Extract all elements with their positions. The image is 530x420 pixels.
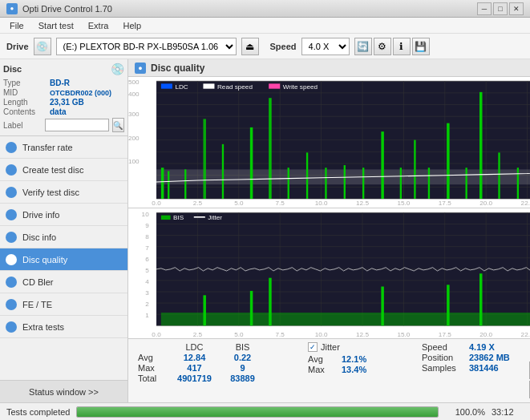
stats-max-bis: 9 xyxy=(220,363,265,373)
nav-drive-info[interactable]: Drive info xyxy=(0,204,127,226)
stats-max-label: Max xyxy=(138,363,168,373)
status-window-button[interactable]: Status window >> xyxy=(0,380,127,402)
stats-bar: LDC BIS Avg 12.84 0.22 Max 417 9 Total xyxy=(128,338,530,402)
svg-rect-36 xyxy=(414,140,415,199)
maximize-button[interactable]: □ xyxy=(493,2,508,15)
disc-length-row: Length 23,31 GB xyxy=(3,98,124,107)
nav-extra-tests[interactable]: Extra tests xyxy=(0,316,127,338)
disc-info-icon xyxy=(5,231,18,244)
disc-contents-row: Contents data xyxy=(3,107,124,116)
disc-contents-value: data xyxy=(50,107,67,116)
drive-bar: Drive 💿 (E:) PLEXTOR BD-R PX-LB950SA 1.0… xyxy=(0,34,530,59)
nav-fe-te[interactable]: FE / TE xyxy=(0,293,127,316)
nav-create-test-disc[interactable]: Create test disc xyxy=(0,159,127,181)
svg-text:Jitter: Jitter xyxy=(208,214,222,221)
disc-type-label: Type xyxy=(3,79,50,87)
speed-info-position-label: Position xyxy=(422,353,466,362)
drive-select[interactable]: (E:) PLEXTOR BD-R PX-LB950SA 1.06 xyxy=(56,38,237,55)
svg-rect-30 xyxy=(306,152,308,199)
svg-text:Read speed: Read speed xyxy=(217,83,253,91)
drive-icons: 💿 xyxy=(34,38,51,55)
svg-text:500: 500 xyxy=(128,79,140,87)
nav-drive-info-label: Drive info xyxy=(22,210,59,220)
svg-rect-22 xyxy=(161,168,164,199)
menu-help[interactable]: Help xyxy=(116,19,148,32)
nav-verify-test-disc[interactable]: Verify test disc xyxy=(0,181,127,204)
disc-contents-label: Contents xyxy=(3,107,50,116)
stats-bis-header: BIS xyxy=(220,342,265,352)
svg-rect-102 xyxy=(381,286,384,325)
disc-label-btn[interactable]: 🔍 xyxy=(112,118,124,132)
svg-text:3: 3 xyxy=(145,289,149,297)
info-button[interactable]: ℹ xyxy=(393,38,411,55)
nav-disc-quality[interactable]: Disc quality xyxy=(0,248,127,271)
svg-rect-46 xyxy=(161,83,172,88)
nav-disc-info-label: Disc info xyxy=(22,232,56,242)
svg-rect-37 xyxy=(428,168,430,199)
nav-create-test-label: Create test disc xyxy=(22,165,83,175)
nav-cd-bler[interactable]: CD Bler xyxy=(0,271,127,293)
svg-text:200: 200 xyxy=(128,135,140,142)
nav-cd-bler-label: CD Bler xyxy=(22,277,54,287)
svg-text:LDC: LDC xyxy=(175,83,188,91)
speed-info-speed-val: 4.19 X xyxy=(469,342,495,352)
settings-button[interactable]: ⚙ xyxy=(374,38,391,55)
close-button[interactable]: ✕ xyxy=(509,2,524,15)
chart-bottom: BIS Jitter 10 9 8 7 6 5 4 3 2 1 xyxy=(128,208,530,339)
drive-icon-btn[interactable]: 💿 xyxy=(34,38,51,55)
status-text: Tests completed xyxy=(6,407,70,417)
svg-rect-33 xyxy=(362,168,364,199)
disc-length-label: Length xyxy=(3,98,50,107)
nav-fe-te-label: FE / TE xyxy=(22,300,52,309)
svg-text:5.0: 5.0 xyxy=(234,331,244,338)
jitter-checkbox[interactable]: ✓ xyxy=(308,342,318,352)
disc-label-input[interactable] xyxy=(45,119,109,131)
svg-text:15.0: 15.0 xyxy=(397,200,410,208)
svg-rect-101 xyxy=(269,277,272,325)
title-bar: ● Opti Drive Control 1.70 ─ □ ✕ xyxy=(0,0,530,18)
disc-panel-header: Disc 💿 xyxy=(3,63,124,75)
nav-transfer-rate-label: Transfer rate xyxy=(22,143,73,152)
svg-text:22.5: 22.5 xyxy=(521,331,530,338)
menu-file[interactable]: File xyxy=(3,19,30,32)
progress-fill xyxy=(77,407,438,417)
nav-disc-info[interactable]: Disc info xyxy=(0,226,127,248)
progress-percent: 100.0% xyxy=(445,407,485,417)
svg-rect-38 xyxy=(447,123,450,199)
progress-track xyxy=(76,406,439,418)
svg-text:12.5: 12.5 xyxy=(356,331,370,338)
svg-rect-98 xyxy=(161,313,530,325)
svg-text:7.5: 7.5 xyxy=(276,200,285,208)
svg-text:100: 100 xyxy=(128,158,140,165)
drive-label: Drive xyxy=(6,42,29,51)
save-button[interactable]: 💾 xyxy=(412,38,430,55)
svg-text:9: 9 xyxy=(145,222,149,229)
stats-avg-label: Avg xyxy=(138,353,168,362)
extra-tests-icon xyxy=(5,321,18,333)
svg-text:2.5: 2.5 xyxy=(193,331,203,338)
svg-text:20.0: 20.0 xyxy=(479,200,492,208)
speed-info-position-val: 23862 MB xyxy=(469,353,510,362)
menu-start-test[interactable]: Start test xyxy=(32,19,80,32)
svg-rect-27 xyxy=(250,127,253,199)
menu-extra[interactable]: Extra xyxy=(82,19,115,32)
bottom-chart-svg: BIS Jitter 10 9 8 7 6 5 4 3 2 1 xyxy=(128,208,530,339)
stats-table: LDC BIS Avg 12.84 0.22 Max 417 9 Total xyxy=(138,342,298,383)
eject-button[interactable]: ⏏ xyxy=(241,38,259,55)
svg-text:20.0: 20.0 xyxy=(479,331,493,338)
speed-select-drive[interactable]: 4.0 X xyxy=(301,38,350,55)
jitter-label: Jitter xyxy=(321,342,340,352)
refresh-button[interactable]: 🔄 xyxy=(354,38,372,55)
speed-info-speed-label: Speed xyxy=(422,342,466,352)
minimize-button[interactable]: ─ xyxy=(477,2,492,15)
stats-max-ldc: 417 xyxy=(168,363,220,373)
svg-rect-50 xyxy=(269,83,280,88)
chart-header-icon: ● xyxy=(135,63,146,74)
svg-rect-39 xyxy=(465,168,467,199)
speed-info-samples-val: 381446 xyxy=(469,363,499,373)
svg-text:400: 400 xyxy=(128,91,140,99)
app-icon: ● xyxy=(6,3,18,14)
svg-rect-100 xyxy=(250,290,253,325)
svg-text:300: 300 xyxy=(128,111,140,119)
nav-transfer-rate[interactable]: Transfer rate xyxy=(0,136,127,159)
